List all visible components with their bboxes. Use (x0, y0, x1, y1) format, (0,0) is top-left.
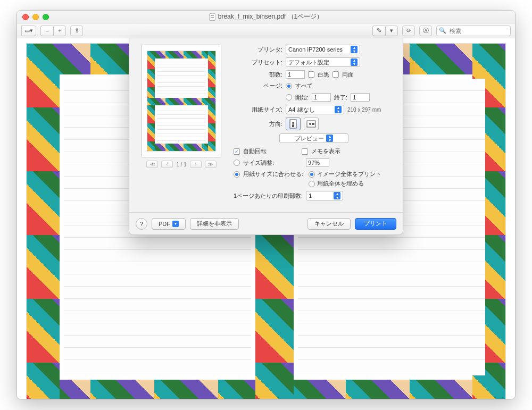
orientation-portrait-button[interactable] (286, 118, 301, 130)
chevron-down-icon (172, 221, 179, 227)
zoom-out-button[interactable]: − (40, 26, 53, 36)
duplex-checkbox[interactable] (332, 71, 339, 78)
scale-adjust-label: サイズ調整: (243, 159, 274, 167)
pages-all-label: すべて (295, 82, 313, 90)
svg-point-1 (292, 122, 294, 124)
rotate-button[interactable]: ⟳ (402, 26, 415, 36)
scale-pct-input[interactable]: 97% (306, 158, 329, 167)
dialog-footer: ? PDF 詳細を非表示 キャンセル プリント (129, 212, 403, 235)
sidebar-toggle-button[interactable]: ▭▾ (21, 26, 36, 36)
copies-per-page-select[interactable]: 1 (306, 191, 343, 200)
print-preview-pager: ≪ ‹ 1 / 1 › ≫ (146, 161, 216, 168)
pager-next-button[interactable]: › (190, 161, 202, 168)
zoom-in-button[interactable]: ＋ (53, 26, 66, 36)
print-whole-image-radio[interactable] (309, 171, 315, 178)
close-window-button[interactable] (22, 14, 29, 20)
svg-rect-5 (312, 123, 314, 125)
chevron-updown-icon (334, 192, 340, 199)
print-preview-thumbnail (142, 45, 221, 157)
search-field[interactable]: 🔍 (436, 26, 511, 36)
maximize-window-button[interactable] (43, 14, 49, 20)
pages-from-input[interactable]: 1 (312, 93, 331, 102)
duplex-label: 両面 (342, 71, 354, 79)
auto-rotate-label: 自動回転 (243, 147, 267, 155)
pages-all-radio[interactable] (286, 83, 292, 89)
orientation-landscape-button[interactable] (304, 118, 319, 130)
preset-label: プリセット: (234, 58, 282, 66)
printer-label: プリンタ: (234, 46, 282, 54)
print-dialog: ≪ ‹ 1 / 1 › ≫ プリンタ: Canon iP7200 series … (129, 38, 403, 235)
scale-adjust-radio[interactable] (234, 160, 240, 166)
window-titlebar: break_f_mix_binsen.pdf （1ページ） (17, 11, 515, 23)
pages-to-label: 終了: (334, 94, 347, 102)
papersize-dim: 210 x 297 mm (347, 107, 381, 113)
chevron-updown-icon (351, 58, 358, 66)
help-button[interactable]: ? (136, 218, 147, 230)
hide-details-button[interactable]: 詳細を非表示 (190, 218, 239, 230)
pager-prev-button[interactable]: ‹ (161, 161, 173, 168)
share-button[interactable]: ⇪ (70, 26, 83, 36)
show-notes-checkbox[interactable] (302, 148, 308, 155)
papersize-select[interactable]: A4 縁なし (286, 105, 344, 114)
copies-per-page-label: 1ページあたりの印刷部数: (234, 192, 303, 200)
printer-select[interactable]: Canon iP7200 series (286, 45, 360, 54)
search-input[interactable] (448, 27, 508, 35)
fit-paper-label: 用紙サイズに合わせる: (243, 170, 303, 178)
chevron-updown-icon (326, 135, 333, 142)
markup-button[interactable]: Ⓐ (419, 26, 432, 36)
traffic-lights (22, 14, 49, 20)
pages-range-radio[interactable] (286, 94, 292, 101)
show-notes-label: メモを表示 (311, 147, 340, 155)
fill-paper-radio[interactable] (309, 181, 315, 187)
print-whole-image-label: イメージ全体をプリント (317, 170, 381, 178)
svg-rect-2 (292, 124, 294, 127)
orientation-label: 方向: (234, 120, 282, 128)
pager-position: 1 / 1 (176, 162, 186, 168)
document-icon (209, 13, 215, 21)
pages-label: ページ: (234, 82, 282, 90)
annotate-button[interactable]: ✎ (372, 26, 385, 36)
cancel-button[interactable]: キャンセル (307, 218, 351, 230)
minimize-window-button[interactable] (32, 14, 39, 20)
copies-input[interactable]: 1 (286, 70, 305, 79)
section-select[interactable]: プレビュー (279, 133, 348, 143)
pdf-menu-button[interactable]: PDF (152, 218, 186, 230)
search-icon: 🔍 (439, 27, 446, 34)
annotate-menu-button[interactable]: ▾ (385, 26, 398, 36)
pages-from-label: 開始: (295, 94, 309, 102)
landscape-icon (306, 120, 316, 128)
papersize-label: 用紙サイズ: (234, 106, 282, 114)
portrait-icon (289, 119, 297, 129)
preview-window: break_f_mix_binsen.pdf （1ページ） ▭▾ − ＋ ⇪ ✎… (16, 10, 516, 399)
bw-checkbox[interactable] (308, 71, 314, 78)
print-button[interactable]: プリント (355, 218, 396, 230)
svg-point-4 (309, 123, 311, 125)
pager-last-button[interactable]: ≫ (205, 161, 217, 168)
window-title: break_f_mix_binsen.pdf （1ページ） (218, 12, 323, 21)
copies-label: 部数: (234, 71, 282, 79)
pager-first-button[interactable]: ≪ (146, 161, 158, 168)
preset-select[interactable]: デフォルト設定 (286, 57, 360, 67)
chevron-updown-icon (335, 106, 342, 113)
chevron-updown-icon (351, 46, 358, 53)
fill-paper-label: 用紙全体を埋める (317, 180, 364, 188)
toolbar: ▭▾ − ＋ ⇪ ✎ ▾ ⟳ Ⓐ 🔍 (17, 23, 515, 38)
auto-rotate-checkbox[interactable] (234, 148, 240, 155)
bw-label: 白黒 (318, 71, 329, 79)
pages-to-input[interactable]: 1 (351, 93, 370, 102)
fit-paper-radio[interactable] (234, 171, 240, 178)
